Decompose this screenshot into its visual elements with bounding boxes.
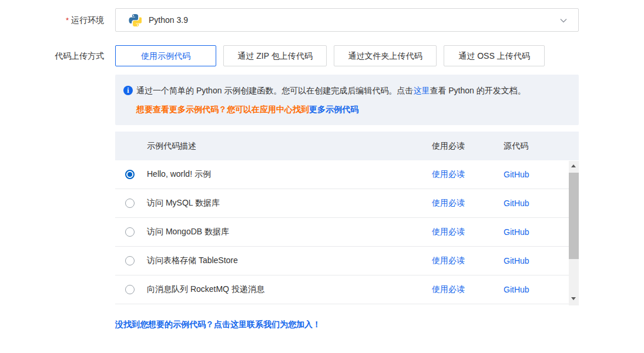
row-radio-cell bbox=[115, 199, 147, 208]
row-source-link[interactable]: GitHub bbox=[504, 170, 529, 179]
upload-option-folder[interactable]: 通过文件夹上传代码 bbox=[334, 45, 437, 66]
upload-option-sample-code[interactable]: 使用示例代码 bbox=[115, 45, 216, 66]
runtime-select-value: Python 3.9 bbox=[149, 15, 188, 25]
column-header-source: 源代码 bbox=[504, 141, 569, 152]
runtime-label: *运行环境 bbox=[0, 8, 104, 32]
sample-code-table: 示例代码描述 使用必读 源代码 Hello, world! 示例 使用必读 Gi… bbox=[115, 132, 579, 304]
row-radio[interactable] bbox=[125, 256, 135, 265]
more-samples-link[interactable]: 更多示例代码 bbox=[309, 105, 358, 114]
row-description: 访问 MySQL 数据库 bbox=[147, 198, 432, 209]
row-readme-link[interactable]: 使用必读 bbox=[432, 255, 465, 265]
row-readme-link[interactable]: 使用必读 bbox=[432, 198, 465, 207]
contact-us-link[interactable]: 没找到您想要的示例代码？点击这里联系我们为您加入！ bbox=[115, 318, 644, 330]
column-header-readme: 使用必读 bbox=[432, 141, 504, 152]
runtime-form-row: *运行环境 Python 3.9 bbox=[0, 8, 644, 32]
table-body: Hello, world! 示例 使用必读 GitHub 访问 MySQL 数据… bbox=[115, 160, 579, 304]
row-readme-link[interactable]: 使用必读 bbox=[432, 169, 465, 179]
upload-option-zip[interactable]: 通过 ZIP 包上传代码 bbox=[223, 45, 327, 66]
scrollbar-thumb[interactable] bbox=[569, 173, 579, 259]
upload-option-oss[interactable]: 通过 OSS 上传代码 bbox=[444, 45, 545, 66]
info-text-after: 查看 Python 的开发文档。 bbox=[430, 86, 525, 95]
row-radio[interactable] bbox=[125, 170, 135, 179]
more-samples-text: 想要查看更多示例代码？您可以在应用中心找到 bbox=[136, 105, 309, 114]
row-source-link[interactable]: GitHub bbox=[504, 227, 529, 237]
required-asterisk: * bbox=[66, 16, 69, 25]
row-source-link[interactable]: GitHub bbox=[504, 256, 529, 265]
info-text: 通过一个简单的 Python 示例创建函数。您可以在创建完成后编辑代码。点击这里… bbox=[136, 85, 526, 96]
create-function-code-section: *运行环境 Python 3.9 代码上传方式 使用示例代码 通过 ZIP 包上… bbox=[0, 8, 644, 353]
upload-method-label: 代码上传方式 bbox=[0, 45, 104, 66]
runtime-label-text: 运行环境 bbox=[71, 15, 104, 25]
python-icon bbox=[129, 14, 142, 26]
docs-here-link[interactable]: 这里 bbox=[413, 86, 430, 95]
row-radio[interactable] bbox=[125, 227, 135, 237]
table-row[interactable]: 访问 MongoDB 数据库 使用必读 GitHub bbox=[115, 218, 569, 247]
row-source-link[interactable]: GitHub bbox=[504, 285, 529, 294]
upload-method-form-row: 代码上传方式 使用示例代码 通过 ZIP 包上传代码 通过文件夹上传代码 通过 … bbox=[0, 45, 644, 66]
row-readme-link[interactable]: 使用必读 bbox=[432, 227, 465, 236]
upload-method-button-group: 使用示例代码 通过 ZIP 包上传代码 通过文件夹上传代码 通过 OSS 上传代… bbox=[115, 45, 579, 66]
info-icon: i bbox=[123, 86, 133, 95]
info-panel: i 通过一个简单的 Python 示例创建函数。您可以在创建完成后编辑代码。点击… bbox=[115, 75, 579, 125]
table-row[interactable]: 向消息队列 RocketMQ 投递消息 使用必读 GitHub bbox=[115, 275, 569, 304]
row-radio[interactable] bbox=[125, 199, 135, 208]
info-text-before: 通过一个简单的 Python 示例创建函数。您可以在创建完成后编辑代码。点击 bbox=[136, 86, 413, 95]
row-source-link[interactable]: GitHub bbox=[504, 199, 529, 208]
table-row[interactable]: Hello, world! 示例 使用必读 GitHub bbox=[115, 160, 569, 189]
row-radio-cell bbox=[115, 170, 147, 179]
row-description: Hello, world! 示例 bbox=[147, 169, 432, 180]
column-header-description: 示例代码描述 bbox=[115, 141, 432, 152]
row-description: 访问表格存储 TableStore bbox=[147, 255, 432, 266]
row-radio[interactable] bbox=[125, 285, 135, 294]
row-readme-link[interactable]: 使用必读 bbox=[432, 284, 465, 294]
row-radio-cell bbox=[115, 256, 147, 265]
row-description: 向消息队列 RocketMQ 投递消息 bbox=[147, 284, 432, 295]
scrollbar-down-arrow-icon[interactable] bbox=[569, 294, 579, 304]
row-radio-cell bbox=[115, 227, 147, 237]
table-row[interactable]: 访问 MySQL 数据库 使用必读 GitHub bbox=[115, 189, 569, 218]
chevron-down-icon bbox=[559, 16, 568, 25]
runtime-select[interactable]: Python 3.9 bbox=[115, 8, 579, 32]
scrollbar-up-arrow-icon[interactable] bbox=[569, 161, 579, 171]
table-scrollbar[interactable] bbox=[569, 161, 579, 305]
table-row[interactable]: 访问表格存储 TableStore 使用必读 GitHub bbox=[115, 247, 569, 275]
row-description: 访问 MongoDB 数据库 bbox=[147, 227, 432, 237]
table-header: 示例代码描述 使用必读 源代码 bbox=[115, 132, 579, 160]
more-samples-line: 想要查看更多示例代码？您可以在应用中心找到更多示例代码 bbox=[136, 103, 569, 115]
row-radio-cell bbox=[115, 285, 147, 294]
